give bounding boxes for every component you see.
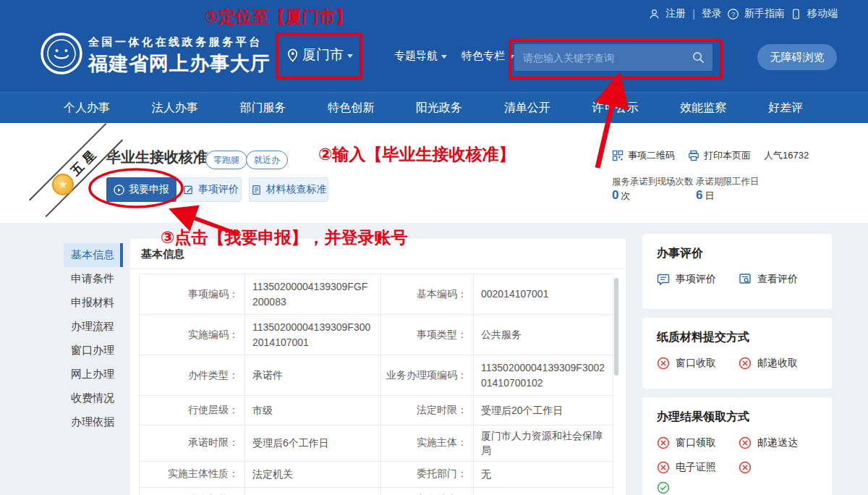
x-circle-icon xyxy=(657,436,670,449)
row-label: 实施编码： xyxy=(140,315,245,355)
nav-license-public[interactable]: 许可公示 xyxy=(592,101,639,116)
topbar: 注册 | 登录 ? 新手指南 移动端 xyxy=(648,7,838,20)
deadline-unit: 日 xyxy=(705,190,714,201)
menu-online-handle[interactable]: 网上办理 xyxy=(64,363,123,386)
x-circle-icon xyxy=(739,436,752,449)
view-evaluation-label: 查看评价 xyxy=(757,273,798,286)
nav-rating[interactable]: 好差评 xyxy=(768,101,803,116)
item-evaluate-button[interactable]: 事项评价 xyxy=(180,177,242,202)
city-selector[interactable]: 厦门市 xyxy=(287,46,353,64)
nav-legal-person[interactable]: 法人办事 xyxy=(152,101,198,116)
panel-title: 基本信息 xyxy=(141,248,184,261)
row-label: 实施主体： xyxy=(381,426,474,462)
nav-sunshine-gov[interactable]: 阳光政务 xyxy=(416,101,462,116)
check-circle-icon xyxy=(657,481,670,494)
search-input[interactable] xyxy=(514,52,692,64)
menu-apply-conditions[interactable]: 申请条件 xyxy=(64,267,123,291)
table-row: 办件类型： 承诺件 业务办理项编码： 11350200004139309F300… xyxy=(140,355,613,396)
printer-icon xyxy=(688,150,699,161)
table-row: 实施主体性质： 法定机关 委托部门： 无 xyxy=(140,461,613,487)
row-value: 市级 xyxy=(245,396,381,426)
section-menu: 基本信息 申请条件 申报材料 办理流程 窗口办理 网上办理 收费情况 办理依据 xyxy=(64,243,123,434)
qrcode-icon xyxy=(612,150,624,161)
menu-legal-basis[interactable]: 办理依据 xyxy=(64,410,123,434)
onsite-promise-label: 服务承诺到现场次数 xyxy=(612,176,694,188)
service-title: 毕业生接收核准 xyxy=(106,148,208,167)
item-qrcode-label: 事项二维码 xyxy=(628,149,675,162)
mail-delivery-status: 邮递送达 xyxy=(739,436,820,449)
special-columns-menu[interactable]: 特色专栏 xyxy=(461,49,514,63)
deadline-promise-label: 承诺期限工作日 xyxy=(696,176,760,188)
question-icon: ? xyxy=(727,8,739,20)
evaluation-card: 办事评价 事项评价 查看评价 xyxy=(642,234,832,309)
mobile-link[interactable]: 移动端 xyxy=(807,7,838,20)
row-label: 委托部门： xyxy=(381,461,474,487)
guide-link[interactable]: 新手指南 xyxy=(744,7,785,20)
mail-collect-label: 邮递收取 xyxy=(757,357,798,370)
row-label: 事项编码： xyxy=(140,274,245,315)
row-value: 002014107001 xyxy=(474,274,613,315)
table-scrollbar[interactable] xyxy=(614,278,618,376)
row-value: 11350200004139309FGF200083 xyxy=(245,274,381,315)
register-link[interactable]: 注册 xyxy=(665,7,686,20)
x-circle-icon xyxy=(739,461,752,474)
row-label: 业务办理项编码： xyxy=(381,355,474,396)
medal-icon: ★ xyxy=(52,174,74,195)
row-value: 11350200004139309F3002014107001 xyxy=(245,315,381,355)
material-standard-label: 材料核查标准 xyxy=(266,183,327,196)
print-page-label: 打印本页面 xyxy=(704,149,751,162)
divider xyxy=(130,268,626,269)
nav-efficiency[interactable]: 效能监察 xyxy=(680,101,726,116)
nav-list-public[interactable]: 清单公开 xyxy=(504,101,550,116)
deadline-count: 6 xyxy=(696,188,702,202)
row-label: 实施主体性质： xyxy=(140,461,245,487)
window-collect-status: 窗口收取 xyxy=(657,357,739,370)
service-hero xyxy=(0,123,868,223)
row-value: 承诺件 xyxy=(245,355,381,396)
row-value: 11350200004139309F300201410700102 xyxy=(474,355,613,396)
menu-fees[interactable]: 收费情况 xyxy=(64,386,123,410)
item-qrcode-link[interactable]: 事项二维码 xyxy=(612,149,675,162)
special-columns-label: 特色专栏 xyxy=(461,49,505,63)
partial-option-status xyxy=(657,481,739,494)
row-value: 受理后6个工作日 xyxy=(245,426,381,462)
search-icon[interactable] xyxy=(692,51,705,64)
table-row: 承诺时限： 受理后6个工作日 实施主体： 厦门市人力资源和社会保障局 xyxy=(140,426,613,462)
tag-nearby: 就近办 xyxy=(246,151,288,169)
view-evaluation-link[interactable]: 查看评价 xyxy=(739,273,820,286)
result-pickup-title: 办理结果领取方式 xyxy=(642,397,832,425)
login-link[interactable]: 登录 xyxy=(702,7,722,20)
city-selector-label: 厦门市 xyxy=(302,46,344,64)
document-icon xyxy=(251,185,262,195)
x-circle-icon xyxy=(657,357,670,370)
row-label: 法定时限： xyxy=(381,396,474,426)
apply-button[interactable]: 我要申报 xyxy=(106,177,176,202)
menu-basic-info[interactable]: 基本信息 xyxy=(64,243,123,267)
nav-personal[interactable]: 个人办事 xyxy=(64,101,110,116)
window-collect-label: 窗口收取 xyxy=(676,357,716,370)
window-pickup-label: 窗口领取 xyxy=(676,436,716,449)
nav-department[interactable]: 部门服务 xyxy=(240,101,286,116)
row-value: 公共服务 xyxy=(474,315,613,355)
site-title: 福建省网上办事大厅 xyxy=(88,51,271,77)
evaluate-item-link[interactable]: 事项评价 xyxy=(657,273,739,286)
menu-window-handle[interactable]: 窗口办理 xyxy=(64,339,123,363)
accessibility-button[interactable]: 无障碍浏览 xyxy=(757,44,837,70)
mail-collect-status: 邮递收取 xyxy=(739,357,820,370)
item-evaluate-label: 事项评价 xyxy=(198,183,239,196)
row-value: 无 xyxy=(474,461,613,487)
doc-search-icon xyxy=(739,273,752,286)
result-pickup-card: 办理结果领取方式 窗口领取 邮递送达 电子证照 xyxy=(642,397,832,495)
onsite-count: 0 xyxy=(612,188,618,202)
x-circle-icon xyxy=(739,357,752,370)
menu-materials[interactable]: 申报材料 xyxy=(64,291,123,315)
platform-name: 全国一体化在线政务服务平台 xyxy=(88,35,271,49)
nav-innovation[interactable]: 特色创新 xyxy=(328,101,374,116)
material-standard-button[interactable]: 材料核查标准 xyxy=(249,177,328,202)
chevron-down-icon xyxy=(347,54,353,58)
menu-process[interactable]: 办理流程 xyxy=(64,315,123,339)
topics-menu[interactable]: 专题导航 xyxy=(394,49,447,63)
print-page-link[interactable]: 打印本页面 xyxy=(688,149,751,162)
topbar-divider: | xyxy=(692,8,695,20)
window-pickup-status: 窗口领取 xyxy=(657,436,739,449)
